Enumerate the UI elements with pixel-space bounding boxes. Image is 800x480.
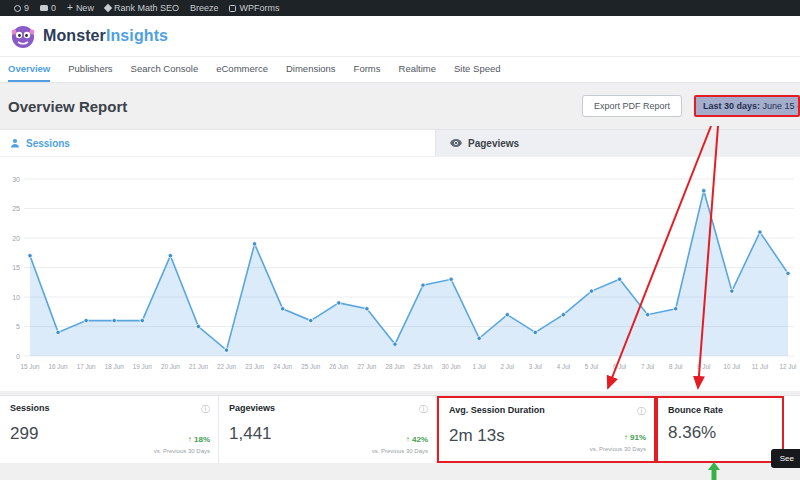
chart-point[interactable] — [505, 313, 509, 317]
svg-text:21 Jun: 21 Jun — [189, 363, 208, 370]
chart-card: Sessions Pageviews 05101520253015 Jun16 … — [0, 129, 800, 391]
plus-icon: + — [67, 4, 73, 12]
svg-text:30: 30 — [12, 176, 20, 183]
admin-bar-comments[interactable]: 0 — [40, 3, 56, 13]
svg-text:27 Jun: 27 Jun — [357, 363, 376, 370]
date-range-button[interactable]: Last 30 days: June 15 - Jul — [694, 95, 800, 117]
monsterinsights-header: MonsterInsights — [0, 16, 800, 57]
chart-point[interactable] — [365, 307, 369, 311]
svg-text:10: 10 — [12, 294, 20, 301]
date-range-rest: June 15 - Jul — [760, 101, 800, 111]
stat-duration-value: 2m 13s — [449, 426, 646, 446]
nav-tab-overview[interactable]: Overview — [8, 57, 50, 82]
brand-name: MonsterInsights — [43, 27, 168, 45]
svg-text:7 Jul: 7 Jul — [641, 363, 654, 370]
info-icon[interactable]: ⓘ — [637, 405, 646, 418]
nav-tab-site-speed[interactable]: Site Speed — [454, 57, 500, 82]
eye-icon — [450, 139, 462, 147]
svg-text:2 Jul: 2 Jul — [501, 363, 514, 370]
info-icon[interactable]: ⓘ — [419, 403, 428, 416]
wpforms-label: WPForms — [239, 3, 279, 13]
report-nav: Overview Publishers Search Console eComm… — [0, 57, 800, 83]
updates-icon — [14, 5, 21, 12]
updates-count: 9 — [24, 3, 29, 13]
svg-text:28 Jun: 28 Jun — [386, 363, 405, 370]
chart-point[interactable] — [674, 307, 678, 311]
tab-sessions[interactable]: Sessions — [0, 130, 435, 156]
svg-text:17 Jun: 17 Jun — [77, 363, 96, 370]
chart-point[interactable] — [224, 348, 228, 352]
breeze-label: Breeze — [190, 3, 219, 13]
chart-point[interactable] — [140, 318, 144, 322]
admin-bar-breeze[interactable]: Breeze — [190, 3, 219, 13]
chart-point[interactable] — [449, 277, 453, 281]
svg-text:5: 5 — [16, 323, 20, 330]
chart-point[interactable] — [309, 318, 313, 322]
person-icon — [10, 138, 20, 148]
stat-pageviews-value: 1,441 — [229, 424, 428, 444]
chart-point[interactable] — [702, 189, 706, 193]
chart-point[interactable] — [84, 318, 88, 322]
nav-tab-search-console[interactable]: Search Console — [131, 57, 199, 82]
admin-bar-wpforms[interactable]: WPForms — [229, 3, 279, 13]
svg-text:1 Jul: 1 Jul — [473, 363, 486, 370]
tab-pageviews[interactable]: Pageviews — [435, 130, 800, 156]
svg-text:16 Jun: 16 Jun — [49, 363, 68, 370]
sessions-line-chart: 05101520253015 Jun16 Jun17 Jun18 Jun19 J… — [0, 157, 800, 391]
tab-sessions-label: Sessions — [26, 138, 70, 149]
nav-tab-forms[interactable]: Forms — [354, 57, 381, 82]
svg-text:24 Jun: 24 Jun — [273, 363, 292, 370]
chart-point[interactable] — [589, 289, 593, 293]
chart-point[interactable] — [645, 313, 649, 317]
chart-point[interactable] — [393, 342, 397, 346]
admin-bar-new[interactable]: + New — [67, 3, 94, 13]
chart-point[interactable] — [730, 289, 734, 293]
date-range-bold: Last 30 days: — [703, 101, 760, 111]
wpforms-icon — [229, 5, 236, 12]
new-label: New — [76, 3, 94, 13]
comments-icon — [40, 5, 48, 11]
svg-text:20 Jun: 20 Jun — [161, 363, 180, 370]
chart-point[interactable] — [533, 330, 537, 334]
chart-point[interactable] — [280, 307, 284, 311]
rank-math-label: Rank Math SEO — [114, 3, 179, 13]
svg-text:20: 20 — [12, 235, 20, 242]
nav-tab-dimensions[interactable]: Dimensions — [286, 57, 336, 82]
svg-text:25 Jun: 25 Jun — [301, 363, 320, 370]
see-tooltip-badge[interactable]: See — [771, 449, 800, 468]
nav-tab-publishers[interactable]: Publishers — [68, 57, 112, 82]
chart-point[interactable] — [168, 254, 172, 258]
chart-point[interactable] — [786, 271, 790, 275]
stat-duration-change: ↑ 91% — [624, 433, 646, 442]
stat-bounce-value: 8.36% — [668, 423, 774, 443]
chart-point[interactable] — [56, 330, 60, 334]
stat-card-sessions: Sessions ⓘ 299 ↑ 18% vs. Previous 30 Day… — [0, 396, 219, 463]
nav-tab-ecommerce[interactable]: eCommerce — [216, 57, 268, 82]
stats-row: Sessions ⓘ 299 ↑ 18% vs. Previous 30 Day… — [0, 395, 800, 463]
chart-tabs: Sessions Pageviews — [0, 129, 800, 157]
chart-point[interactable] — [421, 283, 425, 287]
svg-text:22 Jun: 22 Jun — [217, 363, 236, 370]
stat-pageviews-vs: vs. Previous 30 Days — [372, 448, 428, 454]
chart-point[interactable] — [561, 313, 565, 317]
stat-bounce-title: Bounce Rate — [668, 405, 723, 415]
report-header: Overview Report Export PDF Report Last 3… — [0, 83, 800, 129]
chart-point[interactable] — [28, 254, 32, 258]
admin-bar-updates[interactable]: 9 — [14, 3, 29, 13]
svg-text:10 Jul: 10 Jul — [723, 363, 740, 370]
chart-point[interactable] — [196, 324, 200, 328]
info-icon[interactable]: ⓘ — [201, 403, 210, 416]
admin-bar-rank-math[interactable]: Rank Math SEO — [105, 3, 179, 13]
chart-point[interactable] — [617, 277, 621, 281]
export-pdf-button[interactable]: Export PDF Report — [582, 95, 682, 117]
stat-pageviews-title: Pageviews — [229, 403, 275, 413]
svg-text:12 Jul: 12 Jul — [780, 363, 797, 370]
chart-point[interactable] — [112, 318, 116, 322]
chart-point[interactable] — [477, 336, 481, 340]
chart-point[interactable] — [252, 242, 256, 246]
chart-point[interactable] — [337, 301, 341, 305]
nav-tab-realtime[interactable]: Realtime — [399, 57, 437, 82]
chart-point[interactable] — [758, 230, 762, 234]
stat-sessions-value: 299 — [10, 424, 210, 444]
stat-sessions-title: Sessions — [10, 403, 50, 413]
